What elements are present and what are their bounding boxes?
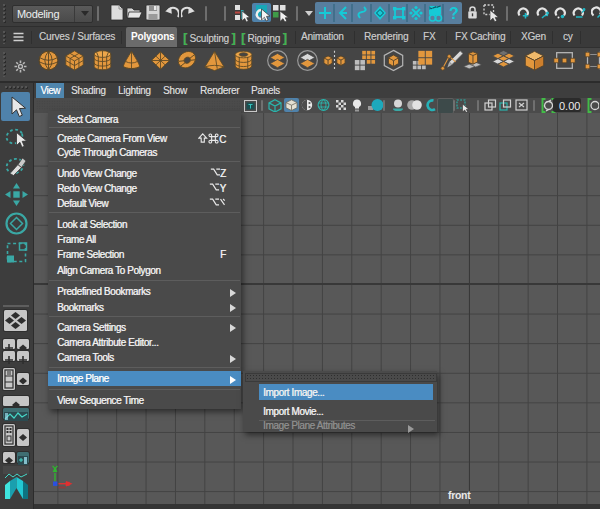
svg-text:?: ?	[449, 5, 459, 22]
